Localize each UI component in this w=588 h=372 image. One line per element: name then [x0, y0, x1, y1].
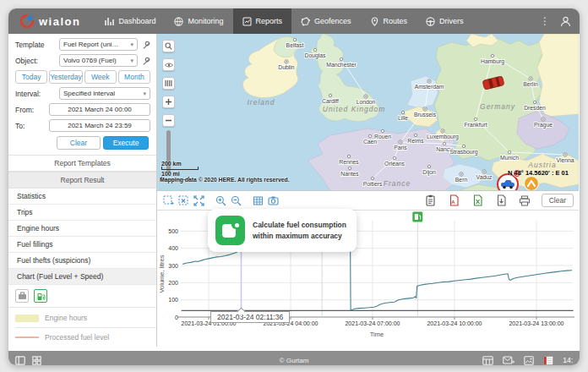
execute-button[interactable]: Execute	[103, 136, 149, 150]
range-button-yesterday[interactable]: Yesterday	[49, 70, 83, 84]
result-item-trips[interactable]: Trips	[8, 205, 156, 221]
legend-swatch	[15, 315, 39, 322]
capital-dot	[400, 141, 401, 143]
map-eye-button[interactable]	[162, 58, 175, 71]
mail-icon[interactable]	[503, 356, 514, 365]
chart-cursor-timestamp: 2021-03-24 02:11:36	[210, 311, 290, 323]
zoom-x-button[interactable]	[177, 194, 191, 207]
city-label-caen: Caen	[363, 139, 377, 145]
y-tick-label: 0	[175, 315, 178, 320]
printer-button[interactable]	[518, 194, 532, 207]
report-templates-header[interactable]: Report Templates	[8, 155, 156, 172]
nav-tab-geofences[interactable]: Geofences	[291, 8, 361, 34]
event-poi-icon[interactable]	[524, 176, 539, 191]
city-dot-douglas	[313, 48, 316, 51]
city-label-nantes: Nantes	[340, 171, 359, 177]
data-table-button[interactable]	[251, 194, 265, 207]
result-item-statistics[interactable]: Statistics	[8, 189, 156, 205]
result-item-engine-hours[interactable]: Engine hours	[8, 221, 156, 237]
y-tick-label: 400	[168, 245, 178, 251]
result-item-chart-fuel-level-speed-[interactable]: Chart (Fuel Level + Speed)	[8, 269, 156, 285]
range-button-week[interactable]: Week	[84, 70, 117, 84]
fuel-filling-marker-icon[interactable]	[412, 211, 423, 222]
user-icon[interactable]	[560, 16, 571, 27]
briefcase-marker-toggle[interactable]	[15, 289, 29, 303]
legend-item-processed-fuel-level[interactable]: Processed fuel level	[15, 331, 156, 344]
steering-wheel-icon	[426, 17, 435, 26]
city-dot-caen	[368, 134, 371, 137]
nav-tab-reports[interactable]: Reports	[233, 8, 292, 34]
map-attribution: Mapping data © 2020 HERE. All rights res…	[160, 177, 290, 183]
map-search-button[interactable]	[162, 40, 175, 52]
log-icon[interactable]	[543, 356, 553, 365]
range-button-today[interactable]: Today	[15, 70, 47, 84]
pump-marker-toggle[interactable]	[34, 289, 47, 303]
wialon-logo-icon	[20, 14, 34, 28]
excel-file-button[interactable]	[471, 194, 485, 207]
nav-tab-monitoring[interactable]: Monitoring	[165, 8, 232, 34]
status-bar: © Gurtam 14:	[8, 351, 580, 365]
scale-km-bar	[161, 167, 199, 170]
city-dot-munich	[508, 150, 510, 153]
overflow-menu-icon[interactable]: ⋮	[540, 15, 550, 27]
pdf-file-button[interactable]: A	[447, 194, 461, 207]
photo-icon[interactable]	[524, 356, 534, 365]
template-select[interactable]: Fuel Report (uni… ▾	[59, 38, 138, 51]
export-file-button[interactable]	[494, 194, 509, 207]
country-label-france: France	[384, 179, 411, 188]
city-label-amsterdam: Amsterdam	[415, 84, 444, 90]
nav-tab-label: Monitoring	[188, 17, 223, 25]
fit-button[interactable]	[192, 194, 206, 207]
city-label-cardiff: Cardiff	[322, 98, 339, 104]
top-nav: wialon DashboardMonitoringReportsGeofenc…	[8, 8, 580, 34]
template-value: Fuel Report (uni…	[63, 41, 118, 48]
result-item-fuel-fillings[interactable]: Fuel fillings	[8, 237, 156, 253]
nav-tab-label: Geofences	[314, 17, 351, 25]
city-label-prague: Prague	[534, 122, 553, 129]
country-label-germany: Germany	[480, 102, 515, 111]
nav-tab-label: Reports	[256, 17, 283, 25]
cursor-coordinates: N 48° 14.5620' : E 01	[508, 169, 569, 177]
statusbar-right-icons	[482, 356, 553, 365]
legend-label: Engine hours	[45, 314, 87, 322]
map-layers-button[interactable]	[162, 77, 175, 90]
result-item-fuel-thefts-suspicions-[interactable]: Fuel thefts (suspicions)	[8, 253, 156, 269]
to-input[interactable]	[49, 119, 150, 132]
city-label-orléans: Orléans	[384, 161, 405, 167]
x-tick-label: 2021-03-24 07:00:00	[345, 320, 400, 326]
magnify-plus-button[interactable]	[214, 194, 228, 207]
y-tick-label: 300	[168, 263, 178, 269]
interval-value: Specified interval	[63, 90, 115, 97]
calculator-icon[interactable]	[482, 356, 493, 365]
map-canvas[interactable]: BelfastDouglasDublinManchesterCardiffLon…	[157, 34, 579, 191]
clear-button[interactable]: Clear	[57, 136, 101, 150]
nav-tab-routes[interactable]: Routes	[361, 8, 417, 34]
object-select[interactable]: Volvo 0769 (Fuel) ▾	[59, 54, 138, 67]
clear-report-button[interactable]: Clear	[542, 194, 574, 207]
city-label-berlin: Berlin	[523, 81, 538, 87]
city-dot-manchester	[340, 57, 342, 60]
snapshot-button[interactable]	[266, 194, 280, 207]
object-settings-wrench-icon[interactable]	[141, 56, 150, 66]
copy-report-button[interactable]	[423, 194, 438, 207]
capital-dot	[542, 118, 544, 120]
map-zoom-in-button[interactable]	[162, 96, 175, 108]
city-label-munich: Munich	[500, 155, 519, 161]
report-result-header[interactable]: Report Result	[8, 172, 156, 189]
nav-tab-drivers[interactable]: Drivers	[416, 8, 473, 34]
map-zoom-out-button[interactable]	[162, 114, 175, 127]
template-settings-wrench-icon[interactable]	[141, 40, 150, 50]
wialon-logo[interactable]: wialon	[8, 8, 95, 34]
legend-item-engine-hours[interactable]: Engine hours	[15, 311, 156, 325]
nav-tab-dashboard[interactable]: Dashboard	[95, 8, 165, 34]
from-input[interactable]	[49, 103, 150, 116]
city-label-bern: Bern	[455, 177, 468, 183]
city-dot-rennes	[347, 155, 350, 157]
range-button-month[interactable]: Month	[118, 70, 150, 84]
interval-select[interactable]: Specified interval ▾	[59, 87, 150, 100]
x-axis-title: Time	[370, 331, 384, 338]
legend-item-fuel-level[interactable]: Fuel level	[15, 344, 156, 347]
magnify-minus-button[interactable]	[229, 194, 243, 207]
city-dot-hamburg	[491, 54, 493, 57]
zoom-area-button[interactable]	[161, 194, 176, 207]
